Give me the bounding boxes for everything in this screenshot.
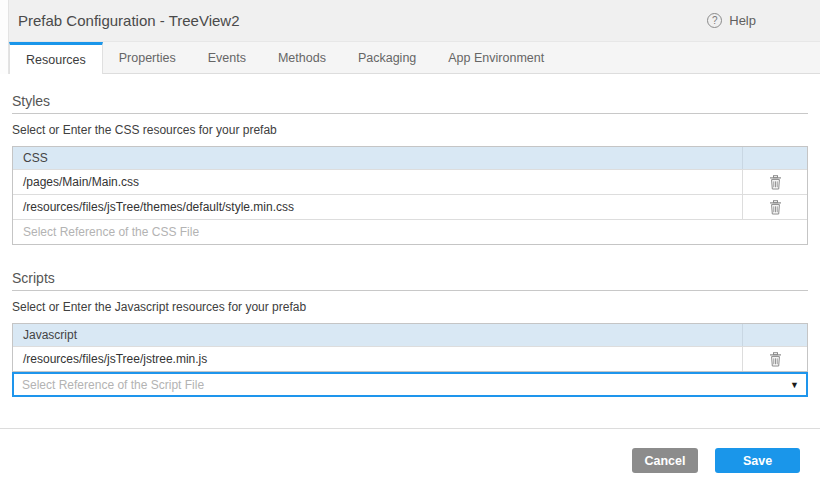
tab-events[interactable]: Events — [192, 42, 262, 73]
trash-icon — [769, 352, 782, 367]
script-table-header-row: Javascript — [13, 324, 807, 346]
trash-icon — [769, 200, 782, 215]
css-reference-input-row — [13, 219, 807, 244]
footer-actions: Cancel Save — [632, 448, 800, 473]
script-reference-combobox[interactable]: ▼ — [12, 372, 808, 397]
styles-section-heading: Styles — [12, 93, 808, 114]
cancel-button[interactable]: Cancel — [632, 448, 698, 473]
help-label: Help — [729, 13, 756, 28]
footer-divider — [0, 428, 820, 429]
script-resource-path: /resources/files/jsTree/jstree.min.js — [13, 352, 742, 366]
tab-methods[interactable]: Methods — [262, 42, 342, 73]
tab-app-environment[interactable]: App Environment — [432, 42, 560, 73]
table-row: /resources/files/jsTree/themes/default/s… — [13, 194, 807, 219]
css-table-header-row: CSS — [13, 147, 807, 169]
scripts-section-heading: Scripts — [12, 270, 808, 291]
css-table-header: CSS — [13, 151, 742, 165]
row-action-cell — [742, 170, 807, 194]
tab-bar: Resources Properties Events Methods Pack… — [0, 42, 820, 74]
delete-css-row-button[interactable] — [767, 198, 784, 217]
resources-panel: Styles Select or Enter the CSS resources… — [0, 93, 820, 397]
css-resource-path: /resources/files/jsTree/themes/default/s… — [13, 200, 742, 214]
tab-packaging[interactable]: Packaging — [342, 42, 432, 73]
chevron-down-icon[interactable]: ▼ — [786, 380, 806, 390]
trash-icon — [769, 175, 782, 190]
script-resources-table: Javascript /resources/files/jsTree/jstre… — [12, 323, 808, 372]
delete-script-row-button[interactable] — [767, 350, 784, 369]
save-button[interactable]: Save — [715, 448, 800, 473]
css-reference-input[interactable] — [13, 220, 807, 244]
css-resources-table: CSS /pages/Main/Main.css /r — [12, 146, 808, 245]
table-row: /pages/Main/Main.css — [13, 169, 807, 194]
scripts-section-subtitle: Select or Enter the Javascript resources… — [12, 300, 808, 314]
script-table-header: Javascript — [13, 328, 742, 342]
css-resource-path: /pages/Main/Main.css — [13, 175, 742, 189]
row-action-cell — [742, 195, 807, 219]
styles-section-subtitle: Select or Enter the CSS resources for yo… — [12, 123, 808, 137]
row-action-cell — [742, 347, 807, 371]
delete-css-row-button[interactable] — [767, 173, 784, 192]
help-circle-icon: ? — [707, 13, 722, 28]
table-row: /resources/files/jsTree/jstree.min.js — [13, 346, 807, 371]
window-left-edge — [0, 0, 9, 74]
dialog-titlebar: Prefab Configuration - TreeView2 ? Help — [0, 0, 820, 42]
tab-properties[interactable]: Properties — [103, 42, 192, 73]
page-title: Prefab Configuration - TreeView2 — [18, 12, 240, 29]
help-button[interactable]: ? Help — [707, 13, 756, 28]
css-table-header-action-cell — [742, 147, 807, 169]
script-reference-input[interactable] — [14, 374, 786, 395]
script-table-header-action-cell — [742, 324, 807, 346]
tab-resources[interactable]: Resources — [9, 42, 103, 74]
